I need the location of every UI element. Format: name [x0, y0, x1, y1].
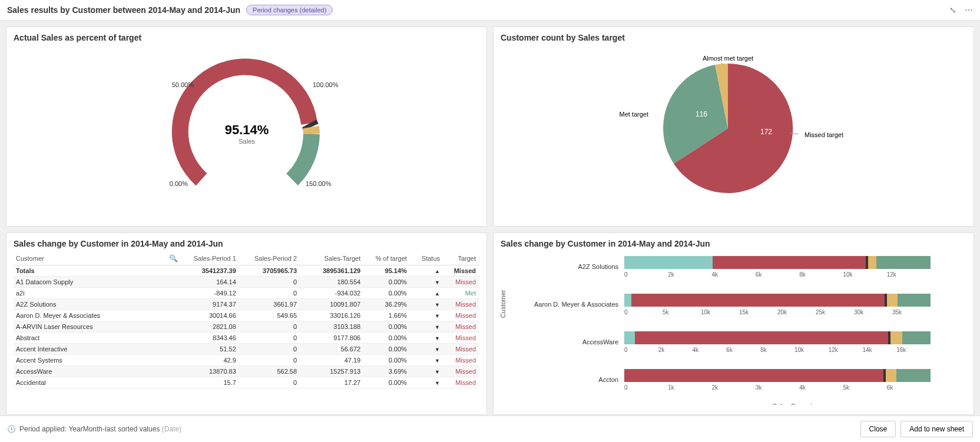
- gauge-title: Actual Sales as percent of target: [14, 33, 479, 42]
- pie-chart: 172 116 Almost met target Met target Mis…: [501, 46, 966, 211]
- cell-target-status: Missed: [445, 368, 479, 375]
- bar-axis: 02k4k6k8k10k12k14k16k: [624, 347, 931, 353]
- more-icon[interactable]: ⋯: [965, 5, 973, 15]
- footer-suffix: (Date): [162, 425, 181, 433]
- bars-chart: Customer A2Z Solutions02k4k6k8k10k12kAar…: [501, 252, 966, 405]
- cell-period1: 8343.46: [181, 334, 242, 341]
- bars-ylabel: Customer: [501, 290, 506, 318]
- bar-group[interactable]: Aaron D. Meyer & Associates05k10k15k20k2…: [624, 290, 961, 319]
- trend-up-icon: [435, 290, 440, 297]
- table-row[interactable]: Accidental15.7017.270.00%Missed: [14, 377, 479, 388]
- svg-text:Met target: Met target: [619, 111, 648, 118]
- search-icon[interactable]: 🔍: [169, 254, 181, 262]
- close-button[interactable]: Close: [860, 421, 896, 437]
- cell-customer: Accent Systems: [14, 357, 181, 364]
- cell-target: 180.554: [303, 278, 366, 285]
- panel-gauge[interactable]: Actual Sales as percent of target 95.14%…: [6, 26, 487, 227]
- bar-segment: [713, 256, 866, 269]
- panel-table[interactable]: Sales change by Customer in 2014-May and…: [6, 232, 487, 415]
- trend-down-icon: [435, 368, 440, 375]
- bar-group[interactable]: AccessWare02k4k6k8k10k12k14k16k: [624, 327, 961, 357]
- trend-down-icon: [435, 312, 440, 319]
- cell-pct: 0.00%: [366, 290, 413, 297]
- page-header: Sales results by Customer between 2014-M…: [0, 0, 980, 21]
- bar-segment: [868, 256, 876, 269]
- trend-up-icon: [435, 267, 440, 274]
- svg-text:95.14%: 95.14%: [224, 122, 269, 137]
- table-row[interactable]: A-ARVIN Laser Resources2821.0803103.1880…: [14, 321, 479, 333]
- cell-pct: 0.00%: [366, 334, 413, 341]
- table-row[interactable]: Aaron D. Meyer & Associates30014.66549.6…: [14, 310, 479, 321]
- cell-target-status: Missed: [445, 357, 479, 364]
- cell-customer: A-ARVIN Laser Resources: [14, 323, 181, 330]
- table-totals-row[interactable]: Totals 3541237.39 3705965.73 3895361.129…: [14, 265, 479, 277]
- table-body: A1 Datacom Supply164.140180.5540.00%Miss…: [14, 277, 479, 388]
- cell-period1: 30014.66: [181, 312, 242, 319]
- cell-period2: 0: [242, 290, 303, 297]
- table-title: Sales change by Customer in 2014-May and…: [14, 239, 479, 248]
- footer-actions: Close Add to new sheet: [860, 421, 973, 437]
- svg-text:50.00%: 50.00%: [171, 81, 194, 88]
- bar-segment: [876, 256, 931, 269]
- bar-label: Accton: [506, 376, 618, 383]
- cell-target-status: Missed: [445, 312, 479, 319]
- table-row[interactable]: a2i-849.120-934.0320.00%Met: [14, 288, 479, 299]
- cell-pct: 36.29%: [366, 301, 413, 308]
- col-target[interactable]: Target: [445, 255, 479, 262]
- cell-pct: 3.69%: [366, 368, 413, 375]
- table-row[interactable]: Abstract8343.4609177.8060.00%Missed: [14, 333, 479, 344]
- cell-period2: 0: [242, 323, 303, 330]
- clock-icon: 🕓: [7, 425, 16, 433]
- svg-text:150.00%: 150.00%: [306, 180, 332, 187]
- col-customer[interactable]: Customer: [16, 255, 44, 262]
- cell-period1: 164.14: [181, 278, 242, 285]
- bar-segment: [631, 294, 885, 307]
- table-row[interactable]: Accent Systems42.9047.190.00%Missed: [14, 355, 479, 366]
- cell-customer: Accent Interactive: [14, 345, 181, 353]
- cell-period2: 549.65: [242, 312, 303, 319]
- collapse-icon[interactable]: ⤡: [949, 5, 956, 15]
- table-row[interactable]: Accent Interactive51.52056.6720.00%Misse…: [14, 344, 479, 355]
- footer-period-value: YearMonth-last sorted values: [68, 425, 160, 433]
- cell-period2: 0: [242, 357, 303, 364]
- col-status[interactable]: Status: [413, 255, 445, 262]
- cell-customer: Abstract: [14, 334, 181, 341]
- cell-period2: 0: [242, 334, 303, 341]
- trend-down-icon: [435, 334, 440, 341]
- cell-target-status: Missed: [445, 379, 479, 386]
- table-row[interactable]: A2Z Solutions9174.373661.9710091.80736.2…: [14, 299, 479, 310]
- col-period2[interactable]: Sales-Period 2: [242, 255, 303, 262]
- cell-target: 10091.807: [303, 301, 366, 308]
- cell-target: 9177.806: [303, 334, 366, 341]
- cell-period1: 42.9: [181, 357, 242, 364]
- cell-target-status: Missed: [445, 334, 479, 341]
- cell-customer: AccessWare: [14, 368, 181, 375]
- bar-segment: [902, 331, 931, 344]
- svg-text:0.00%: 0.00%: [169, 180, 187, 187]
- bar-axis: 05k10k15k20k25k30k35k: [624, 309, 931, 315]
- cell-target: 47.19: [303, 357, 366, 364]
- period-changes-badge[interactable]: Period changes (detailed): [246, 5, 333, 15]
- table-row[interactable]: A1 Datacom Supply164.140180.5540.00%Miss…: [14, 277, 479, 288]
- panel-pie[interactable]: Customer count by Sales target 172 116 A…: [493, 26, 974, 227]
- col-sales-target[interactable]: Sales-Target: [303, 255, 366, 262]
- page-title: Sales results by Customer between 2014-M…: [7, 5, 240, 15]
- cell-target: 33016.126: [303, 312, 366, 319]
- cell-customer: A2Z Solutions: [14, 301, 181, 308]
- cell-period1: 51.52: [181, 345, 242, 353]
- table-row[interactable]: AccessWare13870.83562.5815257.9133.69%Mi…: [14, 366, 479, 377]
- bar-group[interactable]: Accton01k2k3k4k5k6k: [624, 365, 961, 394]
- col-pct-target[interactable]: % of target: [366, 255, 413, 262]
- panel-bars[interactable]: Sales change by Customer in 2014-May and…: [493, 232, 974, 415]
- cell-target: 15257.913: [303, 368, 366, 375]
- cell-pct: 0.00%: [366, 323, 413, 330]
- bar-segment: [887, 294, 898, 307]
- col-period1[interactable]: Sales-Period 1: [181, 255, 242, 262]
- bar-group[interactable]: A2Z Solutions02k4k6k8k10k12k: [624, 252, 961, 281]
- cell-target-status: Missed: [445, 301, 479, 308]
- add-to-sheet-button[interactable]: Add to new sheet: [900, 421, 973, 437]
- bars-title: Sales change by Customer in 2014-May and…: [501, 239, 966, 248]
- svg-text:116: 116: [696, 110, 707, 118]
- bar-label: Aaron D. Meyer & Associates: [506, 301, 618, 308]
- bar-axis: 02k4k6k8k10k12k: [624, 271, 931, 278]
